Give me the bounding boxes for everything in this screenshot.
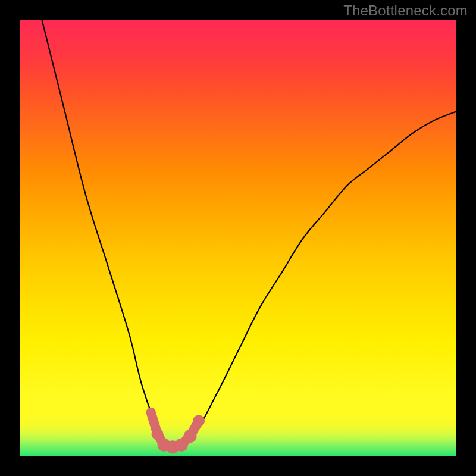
bottleneck-curve xyxy=(42,20,456,449)
sweet-spot-marker xyxy=(148,409,155,416)
chart-frame: TheBottleneck.com xyxy=(0,0,476,476)
sweet-spot-marker xyxy=(183,430,196,443)
plot-area xyxy=(20,20,456,456)
sweet-spot-markers xyxy=(148,409,205,454)
curve-layer xyxy=(20,20,456,456)
sweet-spot-marker xyxy=(152,428,164,440)
watermark-text: TheBottleneck.com xyxy=(343,2,468,19)
sweet-spot-marker xyxy=(193,415,205,427)
